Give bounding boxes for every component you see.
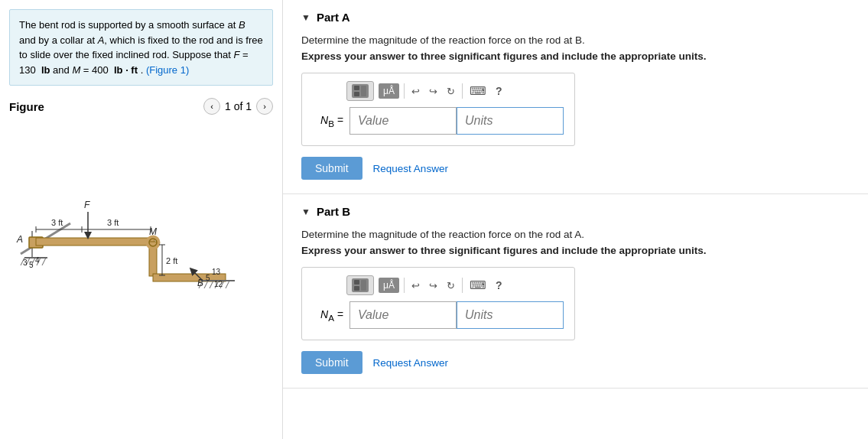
part-b-instruction: Express your answer to three significant… xyxy=(301,245,850,256)
svg-rect-13 xyxy=(36,238,154,246)
figure-next-button[interactable]: › xyxy=(256,98,273,115)
part-a-instruction: Express your answer to three significant… xyxy=(301,50,850,62)
part-b-label: Part B xyxy=(317,205,350,218)
part-b-input-box: μÅ ↩ ↪ ↻ ⌨ ? NA = xyxy=(301,267,575,340)
part-a-value-input[interactable] xyxy=(349,107,457,135)
part-a-mu-button[interactable]: μÅ xyxy=(379,83,399,99)
part-b-units-input[interactable] xyxy=(457,301,564,329)
svg-text:13: 13 xyxy=(212,268,221,276)
part-b-redo-button[interactable]: ↪ xyxy=(427,278,440,293)
part-a-refresh-button[interactable]: ↻ xyxy=(444,84,457,99)
part-b-undo-button[interactable]: ↩ xyxy=(409,278,422,293)
svg-line-41 xyxy=(226,281,229,288)
svg-text:B: B xyxy=(197,278,203,288)
part-b-request-answer-link[interactable]: Request Answer xyxy=(373,357,448,369)
svg-text:12: 12 xyxy=(214,280,223,288)
part-b-submit-button[interactable]: Submit xyxy=(301,351,362,374)
part-a-header: ▼ Part A xyxy=(301,11,850,24)
svg-rect-50 xyxy=(361,280,366,291)
svg-text:3 ft: 3 ft xyxy=(107,218,119,227)
part-b-toolbar-sep2 xyxy=(462,278,463,293)
part-b-collapse-arrow[interactable]: ▼ xyxy=(301,206,310,217)
svg-line-6 xyxy=(42,258,46,265)
part-b-action-row: Submit Request Answer xyxy=(301,351,850,374)
part-a-redo-button[interactable]: ↪ xyxy=(427,84,440,99)
part-b-answer-label: NA = xyxy=(313,308,343,323)
part-b-fraction-button[interactable] xyxy=(346,275,374,295)
svg-text:F: F xyxy=(84,200,90,210)
left-panel: The bent rod is supported by a smooth su… xyxy=(0,0,283,439)
problem-description: The bent rod is supported by a smooth su… xyxy=(9,9,273,86)
part-a-request-answer-link[interactable]: Request Answer xyxy=(373,163,448,174)
part-b-toolbar-sep1 xyxy=(404,278,405,293)
part-a-keyboard-button[interactable]: ⌨ xyxy=(467,83,489,99)
svg-text:5: 5 xyxy=(29,261,34,269)
part-a-input-box: μÅ ↩ ↪ ↻ ⌨ ? NB = xyxy=(301,73,575,146)
part-b-answer-row: NA = xyxy=(313,301,564,329)
part-b-refresh-button[interactable]: ↻ xyxy=(444,278,457,293)
part-b-toolbar: μÅ ↩ ↪ ↻ ⌨ ? xyxy=(313,275,564,295)
figure-title: Figure xyxy=(9,100,44,113)
part-a-units-input[interactable] xyxy=(457,107,564,135)
right-panel: ▼ Part A Determine the magnitude of the … xyxy=(283,0,868,439)
part-b-value-input[interactable] xyxy=(349,301,457,329)
part-b-section: ▼ Part B Determine the magnitude of the … xyxy=(283,194,868,389)
svg-rect-48 xyxy=(354,92,359,96)
part-a-description: Determine the magnitude of the reaction … xyxy=(301,34,850,46)
problem-text-content: The bent rod is supported by a smooth su… xyxy=(19,19,263,76)
part-a-collapse-arrow[interactable]: ▼ xyxy=(301,12,310,23)
part-a-undo-button[interactable]: ↩ xyxy=(409,84,422,99)
svg-text:4: 4 xyxy=(35,256,40,265)
svg-rect-46 xyxy=(354,86,359,90)
figure-svg: A 3 5 4 3 ft 3 ft F xyxy=(9,124,269,292)
part-a-section: ▼ Part A Determine the magnitude of the … xyxy=(283,0,868,194)
svg-rect-47 xyxy=(361,86,366,96)
part-b-description: Determine the magnitude of the reaction … xyxy=(301,229,850,240)
part-a-toolbar-sep2 xyxy=(462,83,463,99)
part-a-answer-row: NB = xyxy=(313,107,564,135)
part-a-answer-label: NB = xyxy=(313,114,343,128)
part-a-toolbar-sep1 xyxy=(404,83,405,99)
figure-prev-button[interactable]: ‹ xyxy=(203,98,220,115)
part-b-mu-button[interactable]: μÅ xyxy=(379,278,399,293)
part-a-fraction-button[interactable] xyxy=(346,81,374,101)
part-b-help-button[interactable]: ? xyxy=(493,278,505,293)
svg-text:A: A xyxy=(16,234,23,245)
part-a-action-row: Submit Request Answer xyxy=(301,157,850,180)
part-a-toolbar: μÅ ↩ ↪ ↻ ⌨ ? xyxy=(313,81,564,101)
part-a-submit-button[interactable]: Submit xyxy=(301,157,362,180)
svg-rect-51 xyxy=(354,286,359,291)
part-a-help-button[interactable]: ? xyxy=(493,83,505,99)
svg-text:2 ft: 2 ft xyxy=(166,256,177,265)
svg-text:5: 5 xyxy=(206,274,210,282)
svg-text:3 ft: 3 ft xyxy=(51,218,63,227)
figure-page-indicator: 1 of 1 xyxy=(225,100,252,112)
svg-rect-49 xyxy=(354,280,359,285)
part-b-header: ▼ Part B xyxy=(301,205,850,218)
figure-link[interactable]: (Figure 1) xyxy=(146,64,189,76)
figure-header: Figure ‹ 1 of 1 › xyxy=(9,95,273,121)
figure-navigation: ‹ 1 of 1 › xyxy=(203,98,273,115)
part-a-label: Part A xyxy=(317,11,350,24)
figure-canvas: A 3 5 4 3 ft 3 ft F xyxy=(9,124,269,292)
part-b-keyboard-button[interactable]: ⌨ xyxy=(467,277,489,294)
svg-text:3: 3 xyxy=(23,259,28,267)
